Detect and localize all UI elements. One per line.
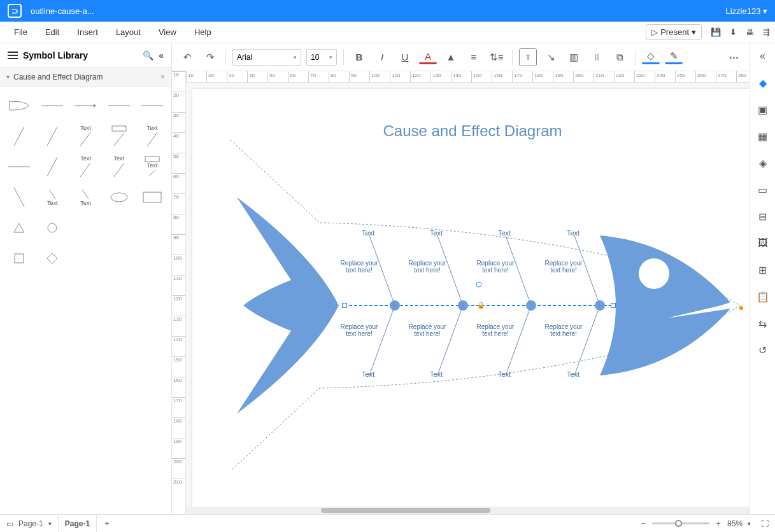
close-category-icon[interactable]: ×	[160, 73, 165, 81]
library-category-header[interactable]: ▾ Cause and Effect Diagram ×	[0, 67, 171, 87]
bone-category[interactable]: Text	[362, 370, 374, 378]
canvas[interactable]: Cause and Effect Diagram	[186, 83, 750, 507]
page[interactable]: Cause and Effect Diagram	[192, 89, 750, 507]
bone-category[interactable]: Text	[567, 370, 579, 378]
line-color-button[interactable]: ✎	[665, 50, 683, 64]
shape-diag-text4[interactable]: Text	[37, 183, 68, 211]
bone-category[interactable]: Text	[567, 229, 579, 237]
history-panel-icon[interactable]: ↺	[755, 342, 771, 358]
search-icon[interactable]: 🔍	[143, 50, 153, 60]
shape-hline[interactable]	[4, 153, 34, 181]
page-list-button[interactable]: ▭ Page-1 ▾	[0, 515, 59, 532]
shape-line2[interactable]	[104, 92, 134, 120]
shape-diamond[interactable]	[37, 244, 68, 272]
align-button[interactable]: ≡	[465, 48, 483, 66]
fill-panel-icon[interactable]: ◆	[755, 75, 771, 90]
font-color-button[interactable]: A	[419, 50, 437, 64]
cause-text[interactable]: Replace your text here!	[544, 260, 583, 274]
cause-text[interactable]: Replace your text here!	[544, 323, 583, 337]
shape-diag-text2[interactable]: Text	[70, 153, 101, 181]
menu-edit[interactable]: Edit	[36, 27, 68, 37]
zoom-out-button[interactable]: －	[639, 518, 647, 529]
menu-help[interactable]: Help	[185, 27, 220, 37]
shape-rect-diag2[interactable]: Text	[137, 153, 167, 181]
cause-text[interactable]: Replace your text here!	[476, 323, 515, 337]
shape-rect[interactable]	[137, 183, 167, 211]
page-tab[interactable]: Page-1	[59, 515, 97, 532]
menu-file[interactable]: File	[5, 27, 36, 37]
user-menu[interactable]: Lizzie123 ▾	[725, 6, 767, 16]
cause-text[interactable]: Replace your text here!	[340, 260, 378, 274]
cause-text[interactable]: Replace your text here!	[408, 323, 446, 337]
add-page-button[interactable]: ＋	[97, 515, 117, 532]
shape-square[interactable]	[4, 244, 34, 272]
bone-category[interactable]: Text	[498, 370, 511, 378]
align-objects-button[interactable]: ▥	[565, 48, 583, 66]
bone-category[interactable]: Text	[498, 229, 511, 237]
zoom-level[interactable]: 85%	[727, 519, 743, 528]
layers-panel-icon[interactable]: ◈	[755, 155, 771, 171]
shape-text-diag[interactable]: Text	[137, 122, 167, 150]
shape-diag4[interactable]	[4, 183, 34, 211]
selection-handle[interactable]	[342, 303, 347, 308]
shape-diag-text[interactable]: Text	[70, 122, 101, 150]
picture-panel-icon[interactable]: 🖼	[755, 235, 771, 251]
shape-rect-diag[interactable]	[104, 122, 134, 150]
selection-handle[interactable]	[611, 303, 616, 308]
more-options-button[interactable]: ⋯	[725, 48, 743, 66]
save-icon[interactable]: 💾	[711, 27, 721, 37]
align-panel-icon[interactable]: ⇆	[755, 316, 771, 331]
cause-text[interactable]: Replace your text here!	[408, 260, 446, 274]
image-panel-icon[interactable]: ▣	[755, 102, 771, 117]
cause-text[interactable]: Replace your text here!	[476, 260, 515, 274]
clipboard-panel-icon[interactable]: 📋	[755, 289, 771, 304]
shape-diag1[interactable]	[4, 122, 34, 150]
font-size-select[interactable]: 10▾	[306, 49, 337, 66]
presentation-panel-icon[interactable]: ▭	[755, 182, 771, 197]
chevron-down-icon[interactable]: ▾	[748, 521, 751, 527]
undo-button[interactable]: ↶	[178, 48, 196, 66]
shape-ellipse[interactable]	[104, 183, 134, 211]
shape-diag-text3[interactable]: Text	[104, 153, 134, 181]
highlight-button[interactable]: ▲	[442, 48, 460, 66]
cause-text[interactable]: Replace your text here!	[340, 323, 378, 337]
tree-panel-icon[interactable]: ⊞	[755, 262, 771, 277]
line-spacing-button[interactable]: ⇅≡	[488, 48, 506, 66]
shape-diag-text5[interactable]: Text	[70, 183, 101, 211]
bone-category[interactable]: Text	[430, 229, 443, 237]
group-button[interactable]: ⧉	[611, 48, 629, 66]
menu-insert[interactable]: Insert	[68, 27, 107, 37]
present-button[interactable]: ▷Present▾	[646, 24, 702, 40]
shape-arrow[interactable]	[70, 92, 101, 120]
zoom-slider[interactable]	[652, 522, 709, 524]
shape-circle[interactable]	[37, 214, 68, 242]
fullscreen-icon[interactable]: ⛶	[761, 519, 769, 528]
shape-fishhead[interactable]	[4, 92, 34, 120]
bold-button[interactable]: B	[350, 48, 368, 66]
horizontal-scrollbar[interactable]	[186, 507, 750, 514]
text-box-button[interactable]: T	[519, 48, 537, 66]
connector-button[interactable]: ↘	[542, 48, 560, 66]
underline-button[interactable]: U	[396, 48, 414, 66]
download-icon[interactable]: ⬇	[730, 27, 737, 37]
collapse-left-icon[interactable]: «	[159, 50, 164, 60]
redo-button[interactable]: ↷	[201, 48, 219, 66]
chevron-down-icon[interactable]: ▾	[692, 27, 696, 37]
fishbone-diagram[interactable]	[192, 127, 750, 484]
shape-triangle[interactable]	[4, 214, 34, 242]
font-family-select[interactable]: Arial▾	[232, 49, 301, 66]
shape-diag2[interactable]	[37, 122, 68, 150]
menu-view[interactable]: View	[150, 27, 185, 37]
bone-category[interactable]: Text	[430, 370, 443, 378]
menu-layout[interactable]: Layout	[107, 27, 150, 37]
print-icon[interactable]: 🖶	[746, 27, 754, 37]
collapse-right-icon[interactable]: «	[755, 48, 771, 64]
fill-color-button[interactable]: ◇	[642, 50, 660, 64]
zoom-in-button[interactable]: ＋	[715, 518, 722, 529]
shape-diag3[interactable]	[37, 153, 68, 181]
bone-category[interactable]: Text	[362, 229, 374, 237]
shape-line[interactable]	[37, 92, 68, 120]
share-icon[interactable]: ⇶	[763, 27, 770, 37]
distribute-button[interactable]: ⫴	[588, 48, 606, 66]
italic-button[interactable]: I	[373, 48, 391, 66]
